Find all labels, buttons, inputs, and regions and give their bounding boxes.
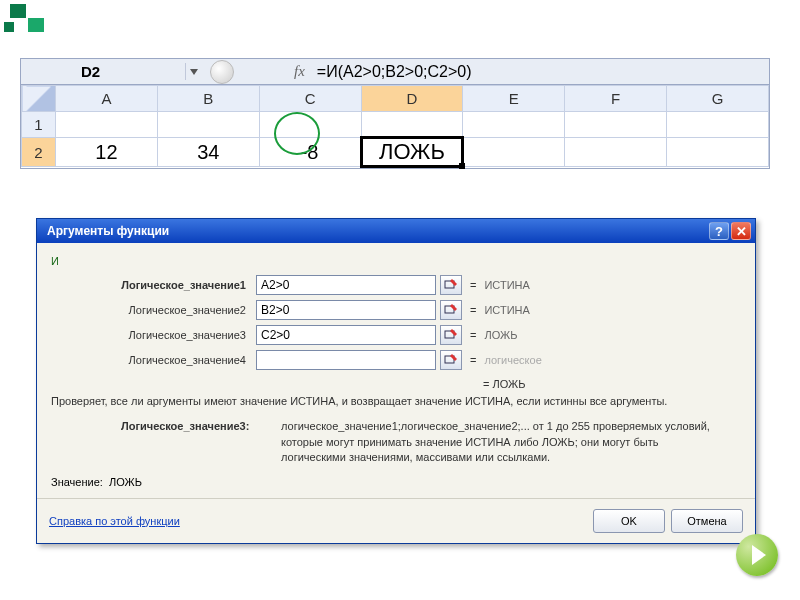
- range-picker-icon[interactable]: [440, 350, 462, 370]
- arg-label: Логическое_значение4: [51, 354, 256, 366]
- cell[interactable]: [667, 112, 769, 138]
- arg-label: Логическое_значение2: [51, 304, 256, 316]
- cell[interactable]: 34: [157, 138, 259, 167]
- cell[interactable]: [667, 138, 769, 167]
- name-box[interactable]: D2: [21, 63, 186, 80]
- function-name: И: [51, 255, 741, 267]
- range-picker-icon[interactable]: [440, 325, 462, 345]
- arg-result: логическое: [484, 354, 541, 366]
- cell[interactable]: [463, 112, 565, 138]
- arg-label: Логическое_значение1: [51, 279, 256, 291]
- argument-row: Логическое_значение3=ЛОЖЬ: [51, 325, 741, 345]
- cell[interactable]: 12: [56, 138, 158, 167]
- range-picker-icon[interactable]: [440, 275, 462, 295]
- dialog-title: Аргументы функции: [41, 224, 707, 238]
- col-header[interactable]: A: [56, 86, 158, 112]
- arg-input[interactable]: [256, 325, 436, 345]
- cancel-orb-icon[interactable]: [210, 60, 234, 84]
- col-header[interactable]: G: [667, 86, 769, 112]
- arg-input[interactable]: [256, 350, 436, 370]
- arg-result: ЛОЖЬ: [484, 329, 517, 341]
- cell[interactable]: [361, 112, 463, 138]
- overall-result: = ЛОЖЬ: [51, 378, 741, 390]
- col-header[interactable]: B: [157, 86, 259, 112]
- cancel-button[interactable]: Отмена: [671, 509, 743, 533]
- dialog-titlebar[interactable]: Аргументы функции ? ✕: [37, 219, 755, 243]
- function-help-link[interactable]: Справка по этой функции: [49, 515, 587, 527]
- col-header[interactable]: F: [565, 86, 667, 112]
- arg-input[interactable]: [256, 300, 436, 320]
- argument-row: Логическое_значение1=ИСТИНА: [51, 275, 741, 295]
- argument-row: Логическое_значение4=логическое: [51, 350, 741, 370]
- argument-row: Логическое_значение2=ИСТИНА: [51, 300, 741, 320]
- row-header[interactable]: 2: [22, 138, 56, 167]
- cell[interactable]: [259, 112, 361, 138]
- col-header[interactable]: E: [463, 86, 565, 112]
- cell[interactable]: [157, 112, 259, 138]
- range-picker-icon[interactable]: [440, 300, 462, 320]
- col-header[interactable]: C: [259, 86, 361, 112]
- cell[interactable]: [565, 112, 667, 138]
- cell[interactable]: [565, 138, 667, 167]
- function-arguments-dialog: Аргументы функции ? ✕ И Логическое_значе…: [36, 218, 756, 544]
- formula-bar: D2 fx =И(A2>0;B2>0;C2>0): [21, 59, 769, 85]
- cell[interactable]: -8: [259, 138, 361, 167]
- corner-decoration: [0, 0, 50, 40]
- select-all-corner[interactable]: [22, 86, 56, 112]
- ok-button[interactable]: OK: [593, 509, 665, 533]
- arg-input[interactable]: [256, 275, 436, 295]
- function-description: Проверяет, все ли аргументы имеют значен…: [51, 394, 741, 409]
- close-button[interactable]: ✕: [731, 222, 751, 240]
- fx-icon[interactable]: fx: [294, 63, 305, 80]
- result-value: ЛОЖЬ: [109, 476, 142, 488]
- col-header[interactable]: D: [361, 86, 463, 112]
- cell[interactable]: [56, 112, 158, 138]
- next-slide-button[interactable]: [736, 534, 778, 576]
- cell[interactable]: ЛОЖЬ: [361, 138, 463, 167]
- help-button[interactable]: ?: [709, 222, 729, 240]
- namebox-dropdown-icon[interactable]: [190, 69, 198, 75]
- spreadsheet-grid[interactable]: ABCDEFG 121234-8ЛОЖЬ: [21, 85, 769, 168]
- result-value-label: Значение:: [51, 476, 103, 488]
- cell[interactable]: [463, 138, 565, 167]
- argument-description: Логическое_значение3:логическое_значение…: [121, 419, 741, 465]
- arg-label: Логическое_значение3: [51, 329, 256, 341]
- spreadsheet-area: D2 fx =И(A2>0;B2>0;C2>0) ABCDEFG 121234-…: [20, 58, 770, 169]
- arg-result: ИСТИНА: [484, 279, 529, 291]
- row-header[interactable]: 1: [22, 112, 56, 138]
- arg-result: ИСТИНА: [484, 304, 529, 316]
- formula-input[interactable]: =И(A2>0;B2>0;C2>0): [317, 63, 472, 81]
